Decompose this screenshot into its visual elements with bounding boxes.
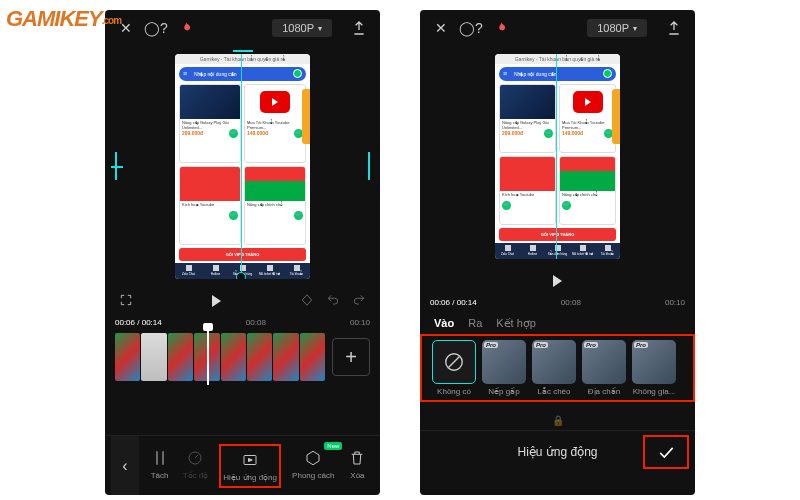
tool-speed[interactable]: Tốc độ xyxy=(181,444,211,488)
redo-icon[interactable] xyxy=(352,293,366,309)
chevron-down-icon: ▾ xyxy=(318,24,322,33)
resolution-selector[interactable]: 1080P▾ xyxy=(587,19,647,37)
playback-controls xyxy=(105,286,380,316)
timecode-current: 00:06 / 00:14 xyxy=(115,318,162,327)
editor-header: ✕ ◯? 1080P▾ xyxy=(420,10,695,46)
anim-none[interactable]: Không có xyxy=(432,340,476,396)
resolution-selector[interactable]: 1080P▾ xyxy=(272,19,332,37)
tab-in[interactable]: Vào xyxy=(434,317,454,330)
tab-out[interactable]: Ra xyxy=(468,317,482,330)
anim-fold[interactable]: Pro Nếp gấp xyxy=(482,340,526,396)
new-badge: New xyxy=(324,442,342,450)
playback-controls xyxy=(420,266,695,296)
add-clip-button[interactable]: + xyxy=(332,338,370,376)
close-icon[interactable]: ✕ xyxy=(432,19,450,37)
preview-canvas-area: Gamikey - Tài khoản bản quyền giá rẻ ≡Nh… xyxy=(105,46,380,286)
tool-animation[interactable]: Hiệu ứng động xyxy=(219,444,281,488)
tool-split[interactable]: Tách xyxy=(148,444,172,488)
bottom-toolbar: ‹ Tách Tốc độ Hiệu ứng động Phong cách N… xyxy=(105,435,380,495)
timeline: 00:06 / 00:14 00:08 00:10 + xyxy=(105,316,380,381)
canvas-banner: GÓI VIP 3 THÁNG xyxy=(179,248,306,261)
phone-right-animation-panel: ✕ ◯? 1080P▾ Gamikey - Tài khoản bản quyề… xyxy=(420,10,695,495)
fire-icon[interactable] xyxy=(492,19,510,37)
tool-style[interactable]: Phong cách New xyxy=(290,444,336,488)
export-icon[interactable] xyxy=(350,19,368,37)
canvas-search-bar: ≡Nhập nội dung cần xyxy=(179,67,306,81)
animation-icon xyxy=(240,450,260,470)
export-icon[interactable] xyxy=(665,19,683,37)
video-canvas[interactable]: Gamikey - Tài khoản bản quyền giá rẻ ≡Nh… xyxy=(495,54,620,259)
style-icon xyxy=(303,448,323,468)
timecode-current: 00:06 / 00:14 xyxy=(430,298,477,307)
toolbar-back-button[interactable]: ‹ xyxy=(111,436,139,496)
tab-combo[interactable]: Kết hợp xyxy=(496,317,536,330)
animation-footer: 🔒 Hiệu ứng động xyxy=(420,430,695,472)
chevron-down-icon: ▾ xyxy=(633,24,637,33)
canvas-app-title: Gamikey - Tài khoản bản quyền giá rẻ xyxy=(175,54,310,64)
video-canvas[interactable]: Gamikey - Tài khoản bản quyền giá rẻ ≡Nh… xyxy=(175,54,310,279)
timeline: 00:06 / 00:14 00:08 00:10 xyxy=(420,296,695,309)
keyframe-icon[interactable] xyxy=(300,293,314,309)
fire-icon[interactable] xyxy=(177,19,195,37)
delete-icon xyxy=(347,448,367,468)
none-icon xyxy=(432,340,476,384)
phone-left-editor: ✕ ◯? 1080P▾ Gamikey - Tài khoản bản quyề… xyxy=(105,10,380,495)
editor-header: ✕ ◯? 1080P▾ xyxy=(105,10,380,46)
lock-icon: 🔒 xyxy=(552,415,564,426)
anim-shake[interactable]: Pro Lắc chéo xyxy=(532,340,576,396)
animation-tabs: Vào Ra Kết hợp xyxy=(420,309,695,334)
watermark-logo: GAMIKEY.com xyxy=(6,6,121,32)
playhead[interactable] xyxy=(207,329,209,385)
play-button[interactable] xyxy=(212,295,221,307)
anim-earthquake[interactable]: Pro Địa chấn xyxy=(582,340,626,396)
preview-canvas-area: Gamikey - Tài khoản bản quyền giá rẻ ≡Nh… xyxy=(420,46,695,266)
help-icon[interactable]: ◯? xyxy=(462,19,480,37)
undo-icon[interactable] xyxy=(326,293,340,309)
tool-delete[interactable]: Xóa xyxy=(345,444,369,488)
confirm-button[interactable] xyxy=(643,435,689,469)
speed-icon xyxy=(185,448,205,468)
help-icon[interactable]: ◯? xyxy=(147,19,165,37)
video-track[interactable]: + xyxy=(115,333,370,381)
play-button[interactable] xyxy=(553,275,562,287)
animation-presets-row: Không có Pro Nếp gấp Pro Lắc chéo Pro Đị… xyxy=(420,334,695,402)
split-icon xyxy=(150,448,170,468)
fullscreen-icon[interactable] xyxy=(119,293,133,309)
anim-nogap[interactable]: Pro Không gia... xyxy=(632,340,676,396)
